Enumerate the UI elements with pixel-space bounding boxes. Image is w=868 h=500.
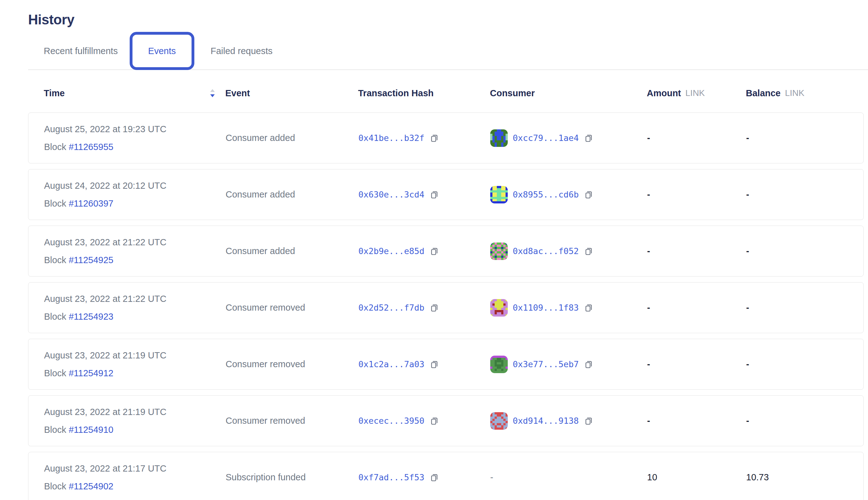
time-cell: August 23, 2022 at 21:19 UTC Block #1125…	[44, 346, 226, 382]
transaction-hash-link[interactable]: 0xecec...3950	[358, 416, 424, 425]
consumer-avatar	[490, 299, 508, 317]
consumer-avatar	[490, 242, 508, 260]
copy-icon[interactable]	[584, 303, 594, 313]
history-tabs: Recent fulfillments Events Failed reques…	[28, 32, 868, 70]
copy-icon[interactable]	[429, 133, 440, 144]
consumer-avatar	[490, 186, 508, 203]
copy-icon[interactable]	[429, 472, 440, 483]
balance-cell: -	[746, 246, 863, 256]
transaction-hash-link[interactable]: 0x630e...3cd4	[358, 190, 424, 200]
amount-cell: -	[647, 416, 746, 426]
consumer-empty-value: -	[490, 472, 493, 482]
time-cell: August 23, 2022 at 21:19 UTC Block #1125…	[44, 403, 226, 439]
transaction-hash-link[interactable]: 0x1c2a...7a03	[358, 359, 424, 369]
event-cell: Consumer added	[226, 133, 358, 143]
consumer-avatar	[490, 412, 508, 430]
transaction-hash-cell: 0x1c2a...7a03	[358, 359, 490, 370]
copy-icon[interactable]	[584, 189, 594, 200]
copy-icon[interactable]	[584, 416, 594, 426]
consumer-avatar	[490, 356, 508, 373]
block-number-link[interactable]: #11254925	[69, 255, 113, 265]
row-date: August 25, 2022 at 19:23 UTC	[44, 120, 226, 138]
consumer-address-link[interactable]: 0xd914...9138	[513, 416, 579, 425]
block-label: Block	[44, 198, 66, 208]
event-cell: Subscription funded	[226, 472, 358, 482]
balance-cell: -	[746, 303, 863, 313]
transaction-hash-cell: 0x2b9e...e85d	[358, 246, 490, 257]
transaction-hash-cell: 0x41be...b32f	[358, 133, 490, 144]
block-number-link[interactable]: #11254912	[69, 368, 113, 378]
consumer-cell: 0xcc79...1ae4	[490, 129, 647, 147]
row-date: August 23, 2022 at 21:22 UTC	[44, 234, 226, 251]
block-number-link[interactable]: #11254910	[69, 425, 113, 435]
time-header-label: Time	[44, 88, 65, 99]
column-header-transaction-hash: Transaction Hash	[358, 88, 490, 99]
tab-recent-fulfillments[interactable]: Recent fulfillments	[44, 46, 118, 56]
row-date: August 24, 2022 at 20:12 UTC	[44, 177, 226, 195]
copy-icon[interactable]	[584, 246, 594, 257]
column-header-balance: Balance LINK	[746, 88, 864, 99]
copy-icon[interactable]	[429, 246, 440, 257]
block-number-link[interactable]: #11265955	[69, 142, 113, 152]
consumer-cell: 0x8955...cd6b	[490, 186, 647, 203]
amount-cell: -	[647, 246, 746, 256]
table-row: August 23, 2022 at 21:19 UTC Block #1125…	[28, 339, 864, 390]
event-cell: Consumer removed	[226, 359, 358, 370]
consumer-cell: 0x3e77...5eb7	[490, 356, 647, 373]
time-cell: August 24, 2022 at 20:12 UTC Block #1126…	[44, 177, 226, 213]
transaction-hash-link[interactable]: 0x41be...b32f	[358, 133, 424, 143]
block-label: Block	[44, 142, 66, 152]
column-header-event: Event	[225, 88, 358, 99]
consumer-cell: - -	[490, 472, 647, 482]
transaction-hash-link[interactable]: 0x2b9e...e85d	[358, 246, 424, 256]
copy-icon[interactable]	[429, 303, 440, 313]
transaction-hash-link[interactable]: 0x2d52...f7db	[358, 303, 424, 312]
consumer-cell: 0xd914...9138	[490, 412, 647, 430]
transaction-hash-link[interactable]: 0xf7ad...5f53	[358, 473, 424, 482]
balance-cell: 10.73	[746, 472, 863, 482]
copy-icon[interactable]	[429, 416, 440, 426]
block-number-link[interactable]: #11260397	[69, 198, 113, 208]
tab-failed-requests[interactable]: Failed requests	[210, 46, 273, 56]
block-label: Block	[44, 425, 66, 435]
block-label: Block	[44, 311, 66, 321]
time-cell: August 23, 2022 at 21:22 UTC Block #1125…	[44, 234, 226, 269]
amount-cell: -	[647, 189, 746, 200]
column-header-amount: Amount LINK	[647, 88, 746, 99]
amount-cell: -	[647, 303, 746, 313]
row-date: August 23, 2022 at 21:19 UTC	[44, 346, 226, 364]
transaction-hash-cell: 0x2d52...f7db	[358, 303, 490, 313]
amount-header-label: Amount	[647, 88, 681, 99]
amount-cell: -	[647, 133, 746, 143]
consumer-address-link[interactable]: 0x1109...1f83	[513, 303, 579, 312]
copy-icon[interactable]	[584, 359, 594, 370]
event-cell: Consumer removed	[226, 416, 358, 426]
column-header-time: Time	[44, 88, 225, 99]
events-table-body: August 25, 2022 at 19:23 UTC Block #1126…	[28, 113, 864, 500]
consumer-address-link[interactable]: 0x8955...cd6b	[513, 190, 579, 200]
consumer-address-link[interactable]: 0xcc79...1ae4	[513, 133, 579, 143]
tab-events[interactable]: Events	[130, 32, 194, 70]
block-label: Block	[44, 368, 66, 378]
amount-cell: -	[647, 359, 746, 370]
transaction-hash-cell: 0xf7ad...5f53	[358, 472, 490, 483]
sort-descending-icon[interactable]	[209, 88, 216, 98]
consumer-address-link[interactable]: 0xd8ac...f052	[513, 246, 579, 256]
balance-cell: -	[746, 189, 863, 200]
copy-icon[interactable]	[429, 189, 440, 200]
balance-header-label: Balance	[746, 88, 780, 99]
event-cell: Consumer added	[226, 246, 358, 256]
time-cell: August 23, 2022 at 21:17 UTC Block #1125…	[44, 460, 226, 495]
block-label: Block	[44, 481, 66, 491]
block-number-link[interactable]: #11254902	[69, 481, 113, 491]
transaction-hash-cell: 0x630e...3cd4	[358, 189, 490, 200]
event-cell: Consumer removed	[226, 303, 358, 313]
block-number-link[interactable]: #11254923	[69, 311, 113, 321]
consumer-address-link[interactable]: 0x3e77...5eb7	[513, 359, 579, 369]
consumer-avatar	[490, 129, 508, 147]
copy-icon[interactable]	[584, 133, 594, 144]
copy-icon[interactable]	[429, 359, 440, 370]
balance-unit-label: LINK	[785, 88, 804, 98]
time-cell: August 25, 2022 at 19:23 UTC Block #1126…	[44, 120, 226, 156]
table-row: August 23, 2022 at 21:17 UTC Block #1125…	[28, 452, 864, 500]
